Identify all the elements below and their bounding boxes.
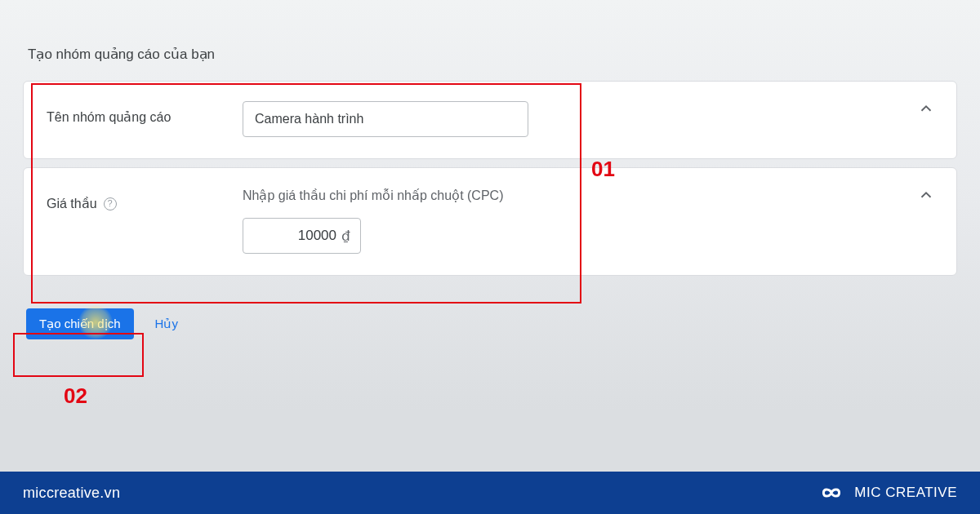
bid-input-wrap: ₫	[243, 218, 361, 254]
help-icon[interactable]: ?	[104, 197, 117, 210]
card-bid: Giá thầu ? Nhập giá thầu chi phí mỗi nhấ…	[23, 167, 957, 276]
infinity-icon	[817, 481, 846, 504]
cancel-button[interactable]: Hủy	[155, 317, 178, 331]
annotation-label-02: 02	[64, 383, 87, 409]
currency-symbol: ₫	[341, 228, 360, 245]
footer-brand: MIC CREATIVE	[817, 481, 957, 504]
create-campaign-button[interactable]: Tạo chiến dịch	[26, 308, 134, 339]
ad-group-name-input[interactable]	[243, 101, 528, 137]
card-ad-group-name: Tên nhóm quảng cáo	[23, 81, 957, 159]
footer: miccreative.vn MIC CREATIVE	[0, 472, 980, 514]
ad-group-name-label: Tên nhóm quảng cáo	[47, 101, 243, 125]
collapse-icon[interactable]	[917, 100, 935, 117]
page-title: Tạo nhóm quảng cáo của bạn	[28, 46, 957, 63]
footer-site: miccreative.vn	[23, 485, 120, 502]
bid-label: Giá thầu ?	[47, 188, 243, 211]
actions-row: Tạo chiến dịch Hủy	[23, 284, 957, 339]
bid-helper-text: Nhập giá thầu chi phí mỗi nhấp chuột (CP…	[243, 188, 933, 203]
annotation-box-02	[13, 333, 144, 377]
collapse-icon[interactable]	[917, 186, 935, 204]
bid-amount-input[interactable]	[243, 219, 341, 253]
